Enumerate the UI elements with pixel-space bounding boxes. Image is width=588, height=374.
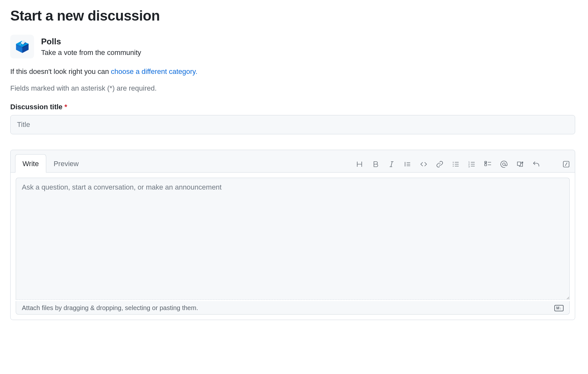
slash-commands-icon[interactable] [562,160,570,168]
svg-point-1 [453,164,454,165]
tab-preview[interactable]: Preview [46,154,86,173]
heading-icon[interactable] [355,160,364,168]
tab-write[interactable]: Write [15,154,46,173]
reply-icon[interactable] [532,160,540,168]
markdown-toolbar: 123 [355,160,570,172]
cross-reference-icon[interactable] [516,160,524,168]
category-hint-prefix: If this doesn't look right you can [10,67,111,76]
markdown-supported-icon[interactable]: M↓ [554,305,564,311]
discussion-title-label-text: Discussion title [10,103,63,111]
category-header: 🗳️ Polls Take a vote from the community [10,35,578,58]
discussion-title-label: Discussion title * [10,103,578,111]
svg-point-8 [503,163,505,165]
category-name: Polls [41,37,141,47]
italic-icon[interactable] [387,160,396,168]
svg-point-0 [453,162,454,163]
editor-body: Attach files by dragging & dropping, sel… [11,173,575,320]
choose-category-link[interactable]: choose a different category. [111,67,197,76]
attach-files-hint: Attach files by dragging & dropping, sel… [22,304,198,312]
unordered-list-icon[interactable] [452,160,460,168]
quote-icon[interactable] [403,160,412,168]
page-title: Start a new discussion [10,8,578,24]
task-list-icon[interactable] [484,160,492,168]
link-icon[interactable] [436,160,444,168]
editor-tabbar: Write Preview [11,150,575,173]
required-fields-note: Fields marked with an asterisk (*) are r… [10,84,578,93]
attach-files-bar[interactable]: Attach files by dragging & dropping, sel… [16,301,570,315]
ordered-list-icon[interactable]: 123 [468,160,476,168]
category-description: Take a vote from the community [41,49,141,57]
mention-icon[interactable] [500,160,508,168]
comment-editor: Write Preview [10,150,575,320]
svg-text:3: 3 [468,165,470,168]
code-icon[interactable] [419,160,428,168]
discussion-body-textarea[interactable] [16,178,570,300]
svg-point-2 [453,166,454,167]
svg-rect-7 [485,164,487,166]
discussion-title-input[interactable] [10,115,575,134]
ballot-box-icon: 🗳️ [10,35,34,58]
category-hint: If this doesn't look right you can choos… [10,67,578,76]
bold-icon[interactable] [371,160,380,168]
required-asterisk: * [65,103,67,111]
